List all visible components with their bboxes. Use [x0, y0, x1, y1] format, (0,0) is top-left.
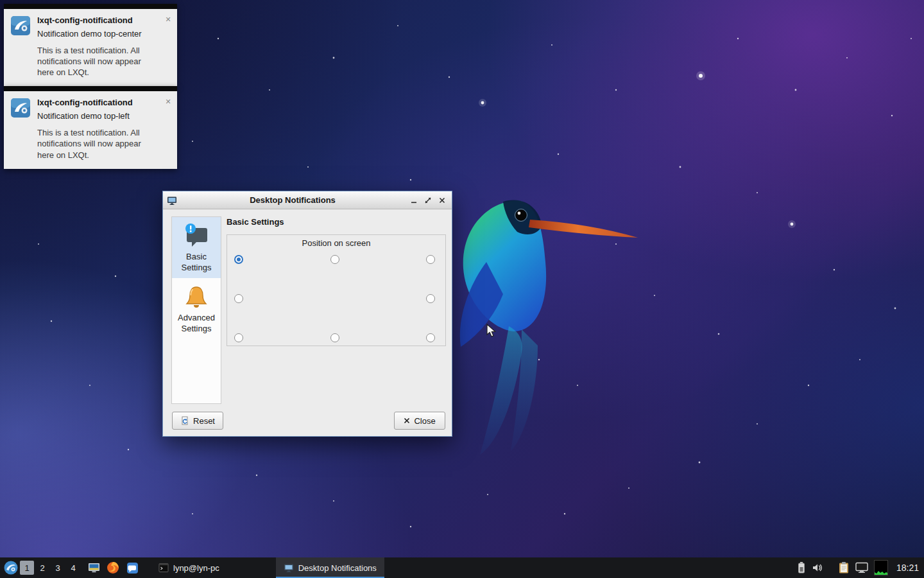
window-title: Desktop Notifications [180, 195, 406, 205]
battery-icon[interactable] [797, 561, 806, 574]
maximize-button[interactable] [422, 195, 434, 206]
chat-icon[interactable] [124, 560, 140, 575]
reset-icon [180, 416, 189, 425]
radio-middle-left[interactable] [234, 294, 243, 303]
lxqt-menu-button[interactable] [3, 559, 19, 576]
notification-top-center: lxqt-config-notificationd Notification d… [4, 4, 177, 86]
sidebar-item-basic-settings[interactable]: Basic Settings [172, 217, 221, 278]
notification-app-name: lxqt-config-notificationd [37, 98, 154, 107]
notification-close-icon[interactable]: ✕ [164, 15, 173, 24]
task-button-terminal[interactable]: lynp@lyn-pc [151, 557, 227, 578]
workspace-button-4[interactable]: 4 [66, 561, 80, 575]
radio-bottom-right[interactable] [426, 333, 435, 342]
workspace-label: 2 [40, 563, 44, 573]
volume-icon[interactable] [812, 562, 823, 574]
sidebar-item-advanced-settings[interactable]: Advanced Settings [172, 278, 221, 339]
lxqt-logo-icon [3, 560, 19, 575]
workspace-label: 4 [71, 563, 75, 573]
radio-middle-right[interactable] [426, 294, 435, 303]
notification-app-name: lxqt-config-notificationd [37, 15, 154, 25]
workspace-button-1[interactable]: 1 [20, 561, 34, 575]
reset-button-label: Reset [193, 416, 215, 426]
notification-summary: Notification demo top-center [37, 29, 154, 40]
page-heading: Basic Settings [227, 217, 284, 227]
task-label: Desktop Notifications [298, 563, 377, 573]
radio-top-left[interactable] [234, 255, 243, 264]
display-icon[interactable] [855, 562, 868, 574]
window-icon [167, 195, 177, 206]
close-icon [404, 417, 410, 424]
clock[interactable]: 18:21 [896, 563, 919, 573]
position-groupbox: Position on screen [227, 234, 446, 346]
close-button-label: Close [414, 416, 435, 426]
clipboard-icon[interactable] [838, 561, 850, 574]
groupbox-label: Position on screen [227, 238, 445, 248]
reset-button[interactable]: Reset [172, 412, 223, 430]
notification-body: This is a test notification. All notific… [37, 127, 154, 160]
workspace-button-2[interactable]: 2 [35, 561, 49, 575]
system-tray: 18:21 [797, 560, 920, 575]
lxqt-config-icon [10, 15, 31, 36]
notification-stack: lxqt-config-notificationd Notification d… [4, 4, 177, 169]
cpu-monitor-graph[interactable] [874, 560, 888, 575]
notification-body: This is a test notification. All notific… [37, 45, 154, 78]
workspace-label: 1 [24, 563, 29, 573]
close-dialog-button[interactable]: Close [394, 412, 445, 430]
radio-bottom-left[interactable] [234, 333, 243, 342]
basic-settings-icon [183, 223, 210, 250]
radio-bottom-center[interactable] [330, 333, 339, 342]
advanced-settings-icon [183, 284, 210, 311]
notification-top-left: lxqt-config-notificationd Notification d… [4, 86, 177, 168]
terminal-icon [158, 563, 169, 573]
taskbar: 1 2 3 4 lynp@lyn-pc [0, 557, 924, 578]
desktop-launcher-icon[interactable] [86, 560, 101, 575]
sidebar-item-label: Basic Settings [173, 252, 219, 273]
workspace-label: 3 [55, 563, 60, 573]
radio-top-right[interactable] [426, 255, 435, 264]
workspace-button-3[interactable]: 3 [51, 561, 65, 575]
radio-top-center[interactable] [330, 255, 339, 264]
notification-close-icon[interactable]: ✕ [164, 97, 173, 106]
task-button-desktop-notifications[interactable]: Desktop Notifications [276, 557, 384, 578]
close-button[interactable] [436, 195, 448, 206]
firefox-icon[interactable] [105, 560, 121, 575]
desktop-notifications-window: Desktop Notifications Basic Settings [162, 191, 452, 437]
minimize-button[interactable] [408, 195, 420, 206]
notification-summary: Notification demo top-left [37, 111, 154, 122]
titlebar[interactable]: Desktop Notifications [163, 191, 452, 209]
window-icon [284, 563, 294, 573]
sidebar-item-label: Advanced Settings [173, 313, 219, 334]
settings-sidebar: Basic Settings Advanced Settings [171, 216, 221, 404]
lxqt-config-icon [10, 98, 31, 118]
task-label: lynp@lyn-pc [173, 563, 219, 573]
